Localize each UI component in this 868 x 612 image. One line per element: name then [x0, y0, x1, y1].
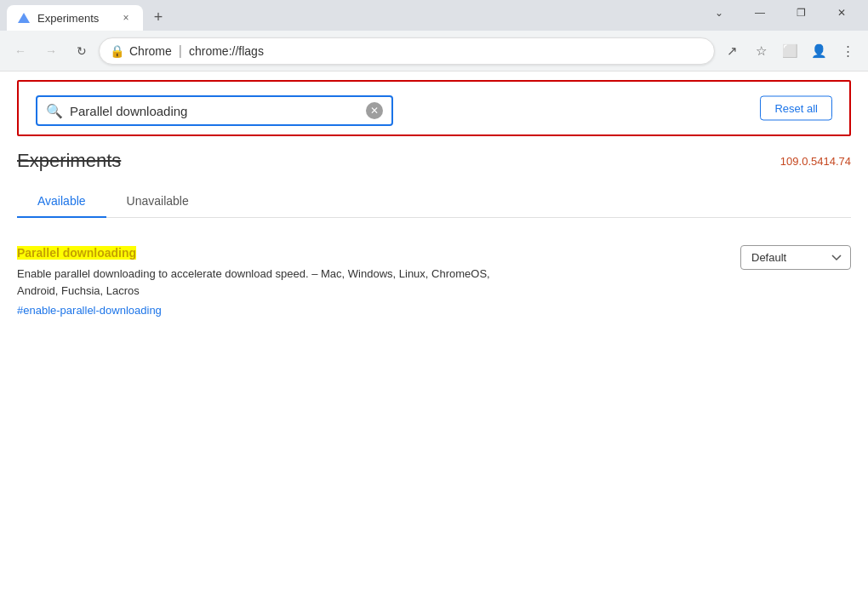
share-button[interactable]: ↗	[718, 37, 745, 65]
forward-button[interactable]: →	[37, 37, 65, 65]
active-tab[interactable]: Experiments ×	[7, 5, 143, 31]
experiments-list: Parallel downloading Enable parallel dow…	[0, 218, 868, 344]
address-path: chrome://flags	[189, 44, 264, 58]
tab-search-button[interactable]: ⬜	[776, 37, 803, 65]
search-input[interactable]	[70, 104, 359, 118]
page-content: 🔍 ✕ Reset all Experiments 109.0.5414.74 …	[0, 71, 868, 612]
titlebar: Experiments × + ⌄ — ❐ ✕	[0, 0, 868, 31]
page-header: Experiments 109.0.5414.74	[0, 136, 868, 172]
back-button[interactable]: ←	[7, 37, 34, 65]
close-button[interactable]: ✕	[822, 0, 861, 26]
bookmark-button[interactable]: ☆	[747, 37, 774, 65]
chrome-tab-icon	[17, 11, 31, 25]
more-button[interactable]: ⋮	[834, 37, 861, 65]
address-separator: |	[179, 43, 182, 59]
restore-button[interactable]: ❐	[781, 0, 820, 26]
reset-all-button[interactable]: Reset all	[760, 96, 832, 121]
experiment-link[interactable]: #enable-parallel-downloading	[17, 304, 511, 317]
search-section: 🔍 ✕ Reset all	[17, 80, 851, 136]
minimize-button2[interactable]: —	[740, 0, 779, 26]
search-box[interactable]: 🔍 ✕	[36, 95, 393, 126]
experiment-info: Parallel downloading Enable parallel dow…	[17, 245, 511, 317]
search-icon: 🔍	[46, 103, 63, 119]
nav-actions: ↗ ☆ ⬜ 👤 ⋮	[718, 37, 861, 65]
tab-unavailable[interactable]: Unavailable	[106, 186, 209, 218]
tab-title: Experiments	[37, 12, 112, 25]
security-icon: 🔒	[110, 44, 124, 58]
tabs-container: Available Unavailable	[17, 186, 851, 218]
experiment-name: Parallel downloading	[17, 246, 136, 260]
tab-close-button[interactable]: ×	[119, 11, 133, 25]
new-tab-button[interactable]: +	[146, 5, 170, 29]
version-text: 109.0.5414.74	[780, 155, 851, 168]
page-title: Experiments	[17, 150, 121, 172]
search-clear-button[interactable]: ✕	[366, 102, 383, 119]
navbar: ← → ↻ 🔒 Chrome | chrome://flags ↗ ☆ ⬜ 👤 …	[0, 31, 868, 71]
address-brand: Chrome	[129, 44, 172, 58]
tab-available[interactable]: Available	[17, 186, 106, 218]
experiment-control[interactable]: Default Enabled Disabled	[740, 245, 851, 270]
address-bar[interactable]: 🔒 Chrome | chrome://flags	[99, 37, 715, 65]
experiment-description: Enable parallel downloading to accelerat…	[17, 266, 511, 299]
svg-marker-0	[18, 13, 30, 23]
experiment-dropdown[interactable]: Default Enabled Disabled	[740, 245, 851, 270]
window-controls: ⌄ — ❐ ✕	[700, 0, 861, 26]
profile-button[interactable]: 👤	[805, 37, 832, 65]
minimize-button[interactable]: ⌄	[700, 0, 739, 26]
reload-button[interactable]: ↻	[68, 37, 95, 65]
experiment-item: Parallel downloading Enable parallel dow…	[17, 235, 851, 327]
